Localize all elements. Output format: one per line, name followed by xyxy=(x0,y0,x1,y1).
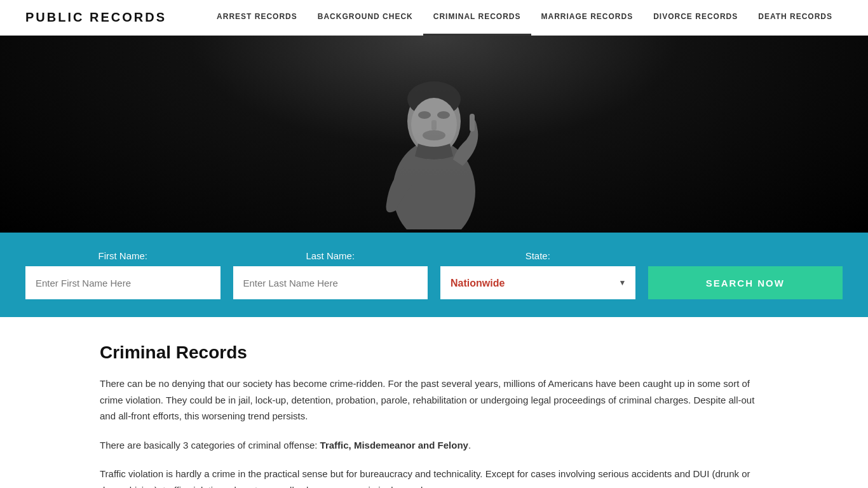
first-name-label: First Name: xyxy=(25,250,220,261)
paragraph-2-suffix: . xyxy=(468,440,471,451)
nav-death-records[interactable]: DEATH RECORDS xyxy=(748,0,843,36)
hero-image xyxy=(0,36,868,233)
paragraph-2: There are basically 3 categories of crim… xyxy=(100,437,768,454)
state-label: State: xyxy=(440,250,635,261)
header: PUBLIC RECORDS ARREST RECORDS BACKGROUND… xyxy=(0,0,868,36)
first-name-field: First Name: xyxy=(25,250,220,299)
svg-point-5 xyxy=(418,111,431,119)
paragraph-2-prefix: There are basically 3 categories of crim… xyxy=(100,440,320,451)
search-bar: First Name: Last Name: State: Nationwide… xyxy=(0,233,868,317)
search-now-button[interactable]: SEARCH NOW xyxy=(648,266,843,299)
last-name-label: Last Name: xyxy=(233,250,428,261)
main-nav: ARREST RECORDS BACKGROUND CHECK CRIMINAL… xyxy=(207,0,843,36)
main-content: Criminal Records There can be no denying… xyxy=(27,317,841,488)
site-logo[interactable]: PUBLIC RECORDS xyxy=(25,10,166,25)
svg-point-8 xyxy=(423,130,445,140)
state-field: State: NationwideAlabamaAlaskaArizonaArk… xyxy=(440,250,635,299)
paragraph-3: Traffic violation is hardly a crime in t… xyxy=(100,466,768,488)
paragraph-2-bold: Traffic, Misdemeanor and Felony xyxy=(320,440,468,451)
hero-figure xyxy=(339,36,529,233)
nav-divorce-records[interactable]: DIVORCE RECORDS xyxy=(643,0,748,36)
nav-arrest-records[interactable]: ARREST RECORDS xyxy=(207,0,308,36)
nav-criminal-records[interactable]: CRIMINAL RECORDS xyxy=(423,0,531,36)
first-name-input[interactable] xyxy=(25,266,220,299)
last-name-input[interactable] xyxy=(233,266,428,299)
svg-rect-9 xyxy=(470,114,475,132)
nav-background-check[interactable]: BACKGROUND CHECK xyxy=(308,0,423,36)
svg-point-6 xyxy=(437,111,450,119)
page-heading: Criminal Records xyxy=(100,342,768,363)
last-name-field: Last Name: xyxy=(233,250,428,299)
hero-silhouette xyxy=(364,39,504,229)
nav-marriage-records[interactable]: MARRIAGE RECORDS xyxy=(531,0,644,36)
state-select[interactable]: NationwideAlabamaAlaskaArizonaArkansasCa… xyxy=(440,266,635,299)
search-button-wrapper: SEARCH NOW xyxy=(648,266,843,299)
state-select-wrapper: NationwideAlabamaAlaskaArizonaArkansasCa… xyxy=(440,266,635,299)
paragraph-1: There can be no denying that our society… xyxy=(100,376,768,424)
svg-rect-7 xyxy=(431,120,437,130)
